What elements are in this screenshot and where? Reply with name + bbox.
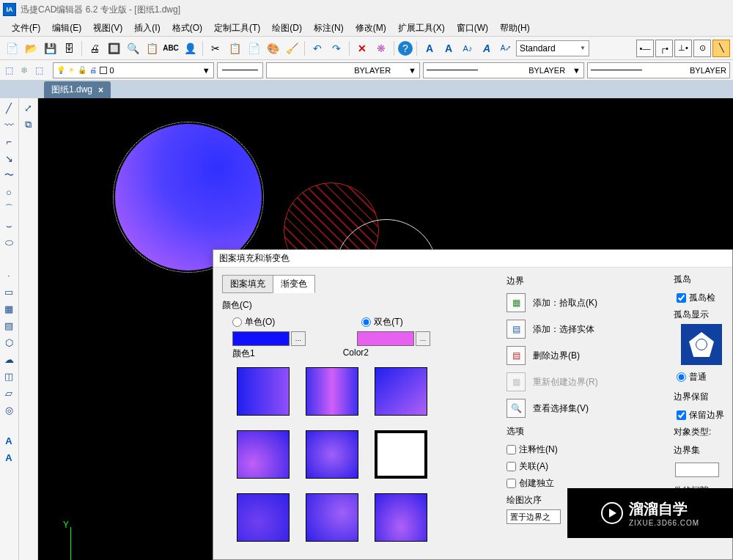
snap-center[interactable]: ⊥• — [674, 40, 692, 57]
select-entity-icon[interactable]: ▤ — [507, 320, 526, 339]
saveall-button[interactable]: 🗄 — [60, 40, 78, 57]
arc-text-tool[interactable]: A — [0, 432, 18, 449]
snap-endpoint[interactable]: •— — [636, 40, 654, 57]
line-tool[interactable]: ╱ — [0, 100, 18, 116]
spellcheck-button[interactable]: ABC — [162, 40, 180, 57]
island-detect-checkbox[interactable]: 孤岛检 — [671, 292, 732, 304]
mtext-tool[interactable]: A — [0, 449, 18, 465]
audit-button[interactable]: 👤 — [181, 40, 199, 57]
donut-tool[interactable]: ◎ — [0, 402, 18, 418]
preset-spot1[interactable] — [237, 493, 290, 542]
menu-modify[interactable]: 修改(M) — [350, 19, 392, 37]
add-pickpoint-label[interactable]: 添加：拾取点(K) — [533, 297, 597, 309]
preset-blank-selected[interactable] — [375, 430, 427, 479]
cut-button[interactable]: ✂ — [207, 40, 224, 57]
doc-tab-active[interactable]: 图纸1.dwg × — [44, 81, 111, 98]
annotative-checkbox[interactable]: 注释性(N) — [507, 443, 668, 456]
linetype-selector[interactable]: BYLAYER ▼ — [423, 62, 584, 78]
text-a2[interactable]: A — [440, 40, 457, 57]
redo-button[interactable]: ↷ — [328, 40, 345, 57]
preset-hemi[interactable] — [375, 493, 427, 542]
text-a1[interactable]: A — [421, 40, 438, 57]
ray-tool[interactable]: ↘ — [0, 150, 18, 166]
rect-tool[interactable]: ▭ — [0, 284, 18, 300]
polyline-tool[interactable]: ⌐ — [0, 133, 18, 150]
gradient-tool[interactable]: ▨ — [0, 317, 18, 334]
menu-insert[interactable]: 插入(I) — [128, 19, 166, 37]
dialog-title-bar[interactable]: 图案填充和渐变色 — [213, 250, 732, 268]
tab-gradient[interactable]: 渐变色 — [273, 275, 315, 293]
erase-button[interactable]: 🧹 — [283, 40, 301, 57]
retain-boundary-checkbox[interactable]: 保留边界 — [671, 409, 732, 421]
gradient-circle[interactable] — [115, 124, 262, 270]
print-preview-button[interactable]: 🔲 — [105, 40, 122, 57]
view-selection-label[interactable]: 查看选择集(V) — [533, 402, 589, 415]
help-button[interactable]: ? — [398, 41, 413, 56]
layer-manager-button[interactable]: ⬚ — [3, 62, 15, 78]
linetype-preview[interactable] — [217, 62, 263, 78]
arc2-tool[interactable]: ⌣ — [0, 218, 18, 234]
two-color-radio[interactable]: 双色(T) — [361, 316, 402, 328]
circle-tool[interactable]: ○ — [0, 184, 18, 200]
arc-tool[interactable]: ⌒ — [0, 201, 18, 217]
paste-button[interactable]: 📄 — [245, 40, 262, 57]
save-button[interactable]: 💾 — [41, 40, 59, 57]
menu-help[interactable]: 帮助(H) — [494, 19, 536, 37]
menu-dim[interactable]: 标注(N) — [308, 19, 350, 37]
ellipse-tool[interactable]: ⬭ — [0, 235, 18, 251]
move-tool[interactable]: ⤢ — [19, 100, 37, 116]
close-tab-icon[interactable]: × — [98, 85, 103, 95]
hatch-tool[interactable]: ▦ — [0, 301, 18, 317]
single-color-radio[interactable]: 单色(O) — [232, 316, 275, 328]
spline-tool[interactable]: 〰 — [0, 117, 18, 133]
menu-window[interactable]: 窗口(W) — [451, 19, 494, 37]
find-button[interactable]: 🔍 — [124, 40, 141, 57]
menu-exttools[interactable]: 扩展工具(X) — [392, 19, 451, 37]
undo-button[interactable]: ↶ — [309, 40, 326, 57]
text-a3[interactable]: A — [478, 40, 496, 57]
copy-button[interactable]: 📋 — [226, 40, 243, 57]
snap-mid[interactable]: ┌• — [655, 40, 673, 57]
cloud-tool[interactable]: ☁ — [0, 351, 18, 367]
layer-freeze-button[interactable]: ❄ — [18, 62, 31, 78]
preset-cylinder[interactable] — [306, 367, 358, 416]
preset-spot2[interactable] — [306, 493, 358, 542]
layer-selector[interactable]: 💡 ☀ 🔓 🖨 0 ▼ — [53, 62, 214, 78]
add-select-label[interactable]: 添加：选择实体 — [533, 323, 594, 336]
regen-button[interactable]: ❋ — [372, 40, 390, 57]
snap-node[interactable]: ⊙ — [693, 40, 711, 57]
delete-boundary-label[interactable]: 删除边界(B) — [533, 350, 580, 362]
color2-picker-button[interactable]: … — [416, 331, 430, 346]
region-tool[interactable]: ◫ — [0, 368, 18, 384]
menu-draw[interactable]: 绘图(D) — [266, 19, 308, 37]
boundary-set-select[interactable] — [675, 463, 719, 477]
cancel-button[interactable]: ✕ — [353, 40, 371, 57]
wipeout-tool[interactable]: ▱ — [0, 385, 18, 401]
preset-linear[interactable] — [237, 367, 290, 416]
boundary-tool[interactable]: ⬡ — [0, 334, 18, 350]
color1-swatch[interactable] — [232, 331, 290, 346]
copy-tool[interactable]: ⧉ — [19, 117, 37, 133]
matchprop-button[interactable]: 🎨 — [264, 40, 281, 57]
text-style-button[interactable]: A♪ — [459, 40, 476, 57]
pickpoint-icon[interactable]: ▦ — [507, 293, 526, 312]
text-scale-button[interactable]: A⤢ — [497, 40, 515, 57]
preset-diag[interactable] — [375, 367, 427, 416]
lineweight-selector[interactable]: BYLAYER — [587, 62, 730, 78]
island-style-normal-icon[interactable] — [681, 324, 722, 365]
draw-order-select[interactable]: 置于边界之 — [507, 509, 561, 524]
preset-radial1[interactable] — [237, 430, 290, 479]
new-button[interactable]: 📄 — [3, 40, 21, 57]
color2-swatch[interactable] — [357, 331, 414, 346]
menu-tools[interactable]: 定制工具(T) — [208, 19, 266, 37]
menu-edit[interactable]: 编辑(E) — [46, 19, 87, 37]
snap-intersection[interactable]: ╲ — [712, 40, 730, 57]
color1-picker-button[interactable]: … — [291, 331, 306, 346]
menu-file[interactable]: 文件(F) — [6, 19, 46, 37]
menu-view[interactable]: 视图(V) — [87, 19, 128, 37]
print-button[interactable]: 🖨 — [86, 40, 103, 57]
tab-hatch[interactable]: 图案填充 — [222, 275, 273, 293]
freehand-tool[interactable]: 〜 — [0, 167, 18, 183]
delete-boundary-icon[interactable]: ▤ — [507, 346, 526, 365]
point-tool[interactable]: · — [0, 267, 18, 283]
